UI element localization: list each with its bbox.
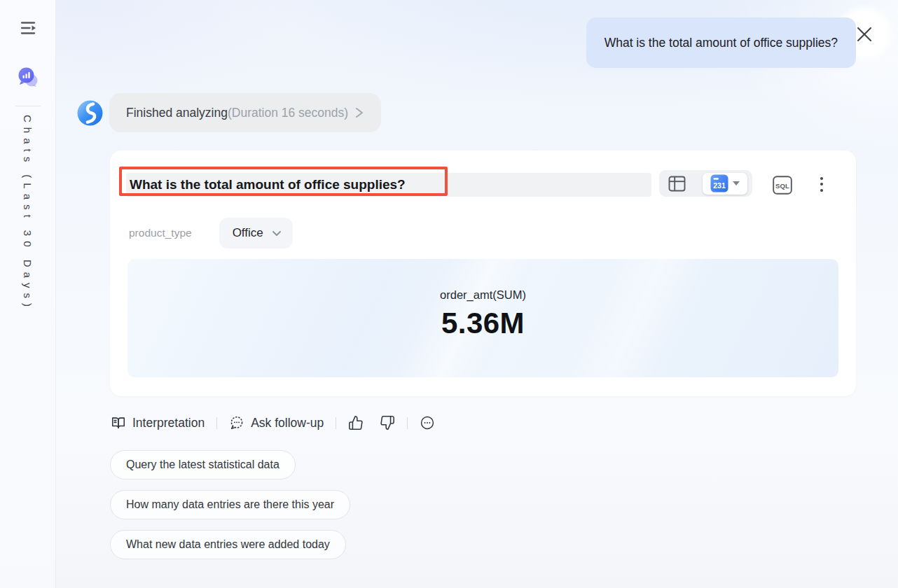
filter-row: product_type Office bbox=[129, 218, 293, 248]
circled-ellipsis-icon bbox=[420, 415, 435, 430]
suggestion-pill[interactable]: Query the latest statistical data bbox=[110, 450, 296, 479]
ask-follow-up-button[interactable]: Ask follow-up bbox=[229, 415, 324, 430]
assistant-avatar bbox=[77, 100, 103, 126]
close-button[interactable] bbox=[855, 25, 873, 43]
result-title: What is the total amount of office suppl… bbox=[126, 173, 651, 197]
sidebar-item-chats[interactable] bbox=[15, 65, 41, 90]
chart-type-badge: 231 bbox=[713, 181, 726, 190]
action-divider bbox=[407, 417, 408, 429]
status-duration: (Duration 16 seconds) bbox=[228, 106, 348, 120]
suggestion-pill[interactable]: How many data entries are there this yea… bbox=[110, 490, 350, 519]
thumbs-up-icon bbox=[348, 415, 364, 430]
more-actions-button[interactable] bbox=[420, 415, 435, 430]
thumbs-down-icon bbox=[380, 415, 395, 430]
analysis-status-row: Finished analyzing(Duration 16 seconds) bbox=[77, 93, 381, 132]
analysis-status-pill[interactable]: Finished analyzing(Duration 16 seconds) bbox=[109, 93, 381, 132]
kpi-panel: order_amt(SUM) 5.36M bbox=[127, 259, 838, 377]
kebab-dot bbox=[820, 189, 823, 192]
book-icon bbox=[111, 415, 126, 430]
action-divider bbox=[216, 417, 217, 429]
table-view-button[interactable] bbox=[668, 176, 686, 192]
chart-type-dropdown[interactable]: 231 bbox=[703, 173, 747, 195]
chat-analytics-app: Chats (Last 30 Days) What is the total a… bbox=[0, 0, 898, 588]
action-divider bbox=[336, 417, 336, 429]
view-switch-group: 231 bbox=[659, 170, 752, 197]
suggestion-text: How many data entries are there this yea… bbox=[126, 498, 334, 511]
kebab-dot bbox=[820, 183, 823, 186]
sidebar-expand-button[interactable] bbox=[17, 17, 39, 39]
kebab-dot bbox=[820, 177, 823, 180]
interpretation-button[interactable]: Interpretation bbox=[111, 415, 205, 430]
user-message-text: What is the total amount of office suppl… bbox=[605, 36, 838, 50]
result-card: What is the total amount of office suppl… bbox=[110, 150, 856, 396]
sql-icon: SQL bbox=[773, 176, 792, 195]
suggestion-text: What new data entries were added today bbox=[126, 538, 330, 551]
suggested-questions: Query the latest statistical data How ma… bbox=[110, 450, 350, 559]
kpi-chart-type-icon: 231 bbox=[710, 174, 728, 192]
caret-down-icon bbox=[732, 181, 740, 186]
sql-label: SQL bbox=[775, 182, 789, 190]
kpi-metric-label: order_amt(SUM) bbox=[127, 259, 838, 302]
suggestion-text: Query the latest statistical data bbox=[126, 458, 279, 471]
more-options-button[interactable] bbox=[815, 174, 828, 195]
feedback-group bbox=[348, 415, 395, 430]
chat-analytics-icon bbox=[15, 65, 41, 90]
filter-field-label: product_type bbox=[129, 227, 192, 239]
chevron-right-icon bbox=[354, 106, 364, 119]
ask-follow-up-label: Ask follow-up bbox=[251, 416, 324, 430]
sidebar: Chats (Last 30 Days) bbox=[0, 0, 56, 588]
status-text: Finished analyzing bbox=[126, 106, 228, 120]
speech-bubble-icon bbox=[229, 415, 244, 430]
sidebar-section-label: Chats (Last 30 Days) bbox=[22, 115, 34, 312]
interpretation-label: Interpretation bbox=[132, 416, 205, 430]
suggestion-pill[interactable]: What new data entries were added today bbox=[110, 530, 346, 559]
user-message-bubble: What is the total amount of office suppl… bbox=[586, 18, 856, 68]
filter-value-dropdown[interactable]: Office bbox=[219, 218, 293, 248]
sidebar-expand-icon bbox=[17, 17, 39, 39]
close-icon bbox=[855, 25, 873, 43]
filter-value: Office bbox=[233, 226, 263, 240]
sql-button[interactable]: SQL bbox=[773, 176, 792, 195]
sidebar-divider bbox=[15, 106, 41, 106]
thumbs-up-button[interactable] bbox=[348, 415, 364, 430]
thumbs-down-button[interactable] bbox=[380, 415, 395, 430]
kpi-value: 5.36M bbox=[127, 307, 838, 340]
response-action-bar: Interpretation Ask follow-up bbox=[111, 413, 435, 433]
table-icon bbox=[668, 176, 686, 192]
chevron-down-icon bbox=[272, 230, 282, 237]
result-title-text: What is the total amount of office suppl… bbox=[130, 177, 406, 192]
